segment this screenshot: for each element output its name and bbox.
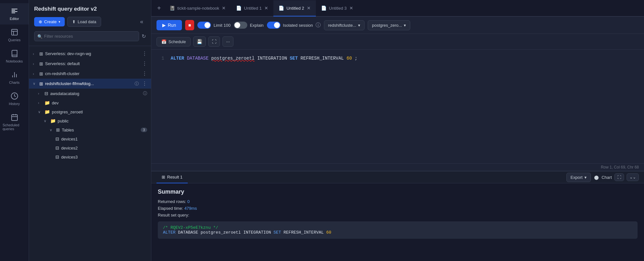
schedule-button[interactable]: 📅 Schedule — [156, 37, 191, 46]
editor-toolbar: ▶ Run ■ Limit 100 Explain Isolated sessi… — [151, 17, 644, 34]
tab-untitled3-label: Untitled 3 — [329, 6, 347, 11]
run-button[interactable]: ▶ Run — [156, 20, 182, 30]
tree-item-label: devices2 — [61, 146, 147, 150]
refresh-button[interactable]: ↻ — [142, 33, 146, 39]
sidebar-item-editor[interactable]: Editor — [0, 3, 29, 24]
tree-container: › ⊞ Serverless: dev-nxgn-wg ⋮ › ⊞ Server… — [29, 46, 151, 261]
table-icon: ⊟ — [55, 145, 59, 150]
queries-icon — [11, 28, 18, 36]
collapse-panel-button[interactable]: « — [137, 17, 146, 26]
export-button[interactable]: Export ▾ — [566, 173, 591, 182]
maximize-result-button[interactable]: ⛶ — [614, 173, 624, 181]
menu-icon[interactable]: ⋮ — [142, 61, 147, 67]
chart-toggle-group: ⬤ Chart ⛶ ⌄⌄ — [594, 173, 639, 181]
isolated-toggle[interactable] — [267, 22, 280, 29]
search-row: 🔍 ↻ — [34, 31, 146, 41]
query-label: Result set query: — [158, 213, 189, 218]
editor-icon — [11, 7, 18, 15]
isolated-info-button[interactable]: ⓘ — [316, 22, 321, 29]
tab-untitled3[interactable]: 📄 Untitled 3 ✕ — [316, 0, 358, 16]
limit-toggle-group: Limit 100 — [197, 22, 231, 29]
cluster-icon: ⊞ — [39, 71, 43, 76]
editor-area[interactable]: 1 ALTER DATABASE postgres_zeroetl INTEGR… — [151, 50, 644, 163]
tab-untitled3-close[interactable]: ✕ — [349, 6, 353, 10]
stop-button[interactable]: ■ — [185, 20, 194, 30]
tab-notebook[interactable]: 📓 tickit-sample-notebook ✕ — [164, 0, 231, 16]
tree-item-cm-redshift[interactable]: › ⊞ cm-redshift-cluster ⋮ — [29, 69, 151, 79]
sidebar-item-notebooks[interactable]: Notebooks — [0, 46, 29, 67]
summary-title: Summary — [158, 188, 638, 195]
tree-item-label: Serverless: dev-nxgn-wg — [45, 51, 139, 56]
tab-untitled2[interactable]: 📄 Untitled 2 ✕ — [273, 0, 316, 16]
tree-item-serverless-default[interactable]: › ⊞ Serverless: default ⋮ — [29, 59, 151, 69]
tree-item-label: cm-redshift-cluster — [45, 71, 139, 76]
save-button[interactable]: 💾 — [193, 36, 206, 47]
tree-item-redshift-active[interactable]: ∨ ⊞ redshiftcluster-flfmwfdog... ⓘ ⋮ — [29, 79, 151, 89]
sidebar-item-charts[interactable]: Charts — [0, 67, 29, 88]
cluster-chevron-icon: ▾ — [358, 23, 360, 28]
calendar-icon: 📅 — [161, 39, 166, 44]
limit-toggle[interactable] — [197, 22, 211, 29]
menu-icon[interactable]: ⋮ — [142, 81, 147, 87]
more-options-button[interactable]: ··· — [223, 36, 233, 47]
code-database: DATABASE postgres_zeroetl INTEGRATION — [178, 230, 271, 235]
history-icon — [11, 92, 18, 100]
export-chevron-icon: ▾ — [584, 175, 587, 180]
elapsed-time-row: Elapsed time: 479ms — [158, 206, 638, 211]
chevron-down-icon: ∨ — [33, 82, 37, 86]
returned-rows-row: Returned rows: 0 — [158, 199, 638, 204]
tree-item-tables[interactable]: ∨ ⊞ Tables 3 — [29, 125, 151, 134]
search-input[interactable] — [34, 31, 139, 41]
tree-item-dev[interactable]: › 📁 dev — [29, 98, 151, 107]
load-data-button[interactable]: ⬆ Load data — [67, 17, 101, 27]
export-label: Export — [571, 175, 583, 180]
keyword-alter: ALTER — [171, 56, 184, 61]
result-content: Summary Returned rows: 0 Elapsed time: 4… — [151, 183, 644, 261]
save-icon: 💾 — [197, 39, 202, 44]
tree-item-devices2[interactable]: ⊟ devices2 — [29, 143, 151, 152]
tree-item-devices1[interactable]: ⊟ devices1 — [29, 134, 151, 143]
new-tab-button[interactable]: + — [154, 5, 164, 12]
sidebar-item-queries[interactable]: Queries — [0, 24, 29, 46]
tab-untitled2-close[interactable]: ✕ — [307, 6, 311, 10]
tab-notebook-close[interactable]: ✕ — [222, 6, 226, 10]
menu-icon[interactable]: ⋮ — [142, 51, 147, 57]
sidebar-item-notebooks-label: Notebooks — [6, 59, 23, 63]
tree-item-serverless-dev[interactable]: › ⊞ Serverless: dev-nxgn-wg ⋮ — [29, 49, 151, 59]
tree-item-label: awsdatacatalog — [50, 91, 141, 96]
folder-icon: 📁 — [44, 100, 50, 105]
number-60: 60 — [346, 56, 352, 61]
tab-untitled1-close[interactable]: ✕ — [264, 6, 268, 10]
menu-icon[interactable]: ⋮ — [142, 71, 147, 77]
notebook-tab-icon: 📓 — [169, 5, 175, 11]
sidebar-item-history-label: History — [9, 102, 20, 106]
tables-icon: ⊞ — [56, 127, 60, 132]
explain-toggle[interactable] — [234, 22, 247, 29]
db-dropdown[interactable]: postgres_zero... ▾ — [368, 20, 410, 30]
query-tab-icon: 📄 — [321, 5, 327, 11]
sidebar-item-history[interactable]: History — [0, 88, 29, 110]
tab-untitled1[interactable]: 📄 Untitled 1 ✕ — [231, 0, 273, 16]
code-comment-line: /* RQEV2-xP5eE7kznu */ — [163, 225, 632, 230]
isolated-toggle-group: Isolated session ⓘ — [267, 22, 321, 29]
fullscreen-button[interactable]: ⛶ — [208, 36, 220, 47]
query-tab-icon: 📄 — [236, 5, 242, 11]
tree-item-public[interactable]: ∨ 📁 public — [29, 116, 151, 125]
schedule-toolbar: 📅 Schedule 💾 ⛶ ··· — [151, 34, 644, 50]
code-line-1: ALTER DATABASE postgres_zeroetl INTEGRAT… — [171, 55, 638, 62]
tree-item-postgres-zeroetl[interactable]: ∨ 📁 postgres_zeroetl — [29, 107, 151, 116]
tree-item-awsdatacatalog[interactable]: › ⊟ awsdatacatalog ⓘ — [29, 89, 151, 98]
main-area: + 📓 tickit-sample-notebook ✕ 📄 Untitled … — [151, 0, 644, 261]
tree-item-devices3[interactable]: ⊟ devices3 — [29, 152, 151, 161]
sidebar-item-scheduled[interactable]: Scheduled queries — [0, 110, 29, 135]
explain-label: Explain — [250, 23, 264, 28]
cluster-dropdown[interactable]: redshiftcluste... ▾ — [324, 20, 365, 30]
table-icon: ⊟ — [55, 154, 59, 160]
result-tab-1[interactable]: ⊞ Result 1 — [156, 171, 188, 183]
code-alter: ALTER — [163, 230, 175, 235]
collapse-result-button[interactable]: ⌄⌄ — [627, 173, 639, 181]
identifier-postgres: postgres_zeroetl — [211, 56, 254, 61]
create-button[interactable]: ⊕ Create ▾ — [34, 17, 65, 26]
chart-label: Chart — [601, 175, 612, 180]
resource-panel-title: Redshift query editor v2 — [34, 6, 146, 12]
